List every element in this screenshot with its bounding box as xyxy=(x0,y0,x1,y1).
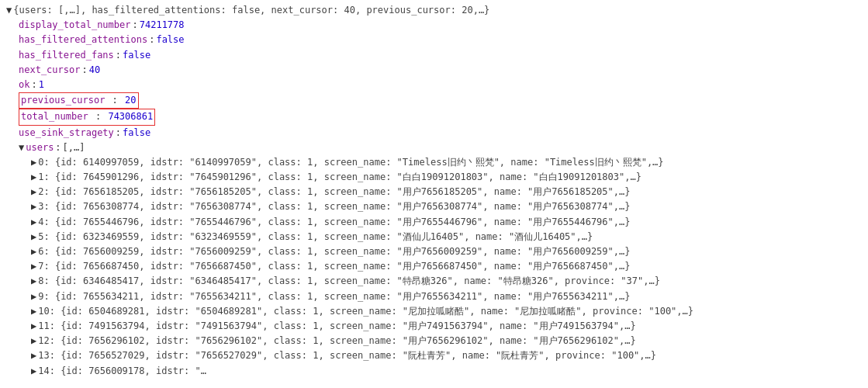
highlight-previous-cursor: previous_cursor : 20 xyxy=(19,92,139,109)
arrow-user-3[interactable]: ▶ xyxy=(31,199,36,214)
user-row-13: ▶ 13: {id: 7656527029, idstr: "765652702… xyxy=(6,348,862,363)
field-has-filtered-attentions: has_filtered_attentions : false xyxy=(6,33,862,47)
key-next-cursor: next_cursor xyxy=(19,63,80,78)
arrow-user-2[interactable]: ▶ xyxy=(31,185,36,199)
arrow-user-7[interactable]: ▶ xyxy=(31,259,36,274)
user-row-2: ▶ 2: {id: 7656185205, idstr: "7656185205… xyxy=(6,185,862,199)
user-row-14: ▶ 14: {id: 7656009178, idstr: "… xyxy=(6,364,862,379)
key-has-filtered-fans: has_filtered_fans xyxy=(19,48,114,63)
user-row-4: ▶ 4: {id: 7655446796, idstr: "7655446796… xyxy=(6,215,862,230)
arrow-user-11[interactable]: ▶ xyxy=(31,319,36,334)
val-previous-cursor: 20 xyxy=(125,95,136,106)
user-row-7: ▶ 7: {id: 7656687450, idstr: "7656687450… xyxy=(6,259,862,274)
val-use-sink: false xyxy=(123,126,150,140)
arrow-user-1[interactable]: ▶ xyxy=(31,170,36,185)
user-row-3: ▶ 3: {id: 7656308774, idstr: "7656308774… xyxy=(6,199,862,214)
user-row-1: ▶ 1: {id: 7645901296, idstr: "7645901296… xyxy=(6,170,862,185)
arrow-user-0[interactable]: ▶ xyxy=(31,155,36,170)
top-summary-text: {users: [,…], has_filtered_attentions: f… xyxy=(13,3,489,18)
field-previous-cursor: previous_cursor : 20 xyxy=(6,92,862,109)
field-users-header: ▼ users : [,…] xyxy=(6,140,862,155)
key-has-filtered-attentions: has_filtered_attentions xyxy=(19,33,147,47)
field-use-sink-stragety: use_sink_stragety : false xyxy=(6,126,862,140)
key-total-number: total_number xyxy=(21,111,88,122)
highlight-total-number: total_number : 74306861 xyxy=(19,109,155,125)
arrow-user-13[interactable]: ▶ xyxy=(31,348,36,363)
val-display-total: 74211778 xyxy=(140,18,185,33)
user-row-8: ▶ 8: {id: 6346485417, idstr: "6346485417… xyxy=(6,274,862,289)
json-viewer: ▼ {users: [,…], has_filtered_attentions:… xyxy=(0,0,868,382)
arrow-user-5[interactable]: ▶ xyxy=(31,230,36,244)
key-previous-cursor: previous_cursor xyxy=(21,95,105,106)
val-has-filtered-fans: false xyxy=(123,48,150,63)
user-row-0: ▶ 0: {id: 6140997059, idstr: "6140997059… xyxy=(6,155,862,170)
arrow-user-4[interactable]: ▶ xyxy=(31,215,36,230)
val-next-cursor: 40 xyxy=(89,63,100,78)
user-row-11: ▶ 11: {id: 7491563794, idstr: "749156379… xyxy=(6,319,862,334)
user-row-6: ▶ 6: {id: 7656009259, idstr: "7656009259… xyxy=(6,244,862,259)
val-ok: 1 xyxy=(39,78,44,92)
key-ok: ok xyxy=(19,78,29,92)
user-row-5: ▶ 5: {id: 6323469559, idstr: "6323469559… xyxy=(6,230,862,244)
val-total-number: 74306861 xyxy=(108,111,153,122)
user-row-10: ▶ 10: {id: 6504689281, idstr: "650468928… xyxy=(6,304,862,319)
arrow-user-8[interactable]: ▶ xyxy=(31,274,36,289)
arrow-user-9[interactable]: ▶ xyxy=(31,289,36,304)
collapse-arrow-users[interactable]: ▼ xyxy=(19,140,24,155)
field-display-total-number: display_total_number : 74211778 xyxy=(6,18,862,33)
user-row-9: ▶ 9: {id: 7655634211, idstr: "7655634211… xyxy=(6,289,862,304)
collapse-arrow-root[interactable]: ▼ xyxy=(6,3,12,18)
key-users: users xyxy=(26,140,54,155)
field-has-filtered-fans: has_filtered_fans : false xyxy=(6,48,862,63)
key-use-sink: use_sink_stragety xyxy=(19,126,114,140)
arrow-user-12[interactable]: ▶ xyxy=(31,334,36,348)
arrow-user-10[interactable]: ▶ xyxy=(31,304,36,319)
users-bracket: [,…] xyxy=(63,140,85,155)
field-next-cursor: next_cursor : 40 xyxy=(6,63,862,78)
arrow-user-6[interactable]: ▶ xyxy=(31,244,36,259)
val-has-filtered-attentions: false xyxy=(156,33,184,47)
user-row-12: ▶ 12: {id: 7656296102, idstr: "765629610… xyxy=(6,334,862,348)
arrow-user-14[interactable]: ▶ xyxy=(31,364,36,379)
field-total-number: total_number : 74306861 xyxy=(6,109,862,125)
key-display-total: display_total_number xyxy=(19,18,131,33)
field-ok: ok : 1 xyxy=(6,78,862,92)
top-summary-line: ▼ {users: [,…], has_filtered_attentions:… xyxy=(6,3,862,18)
